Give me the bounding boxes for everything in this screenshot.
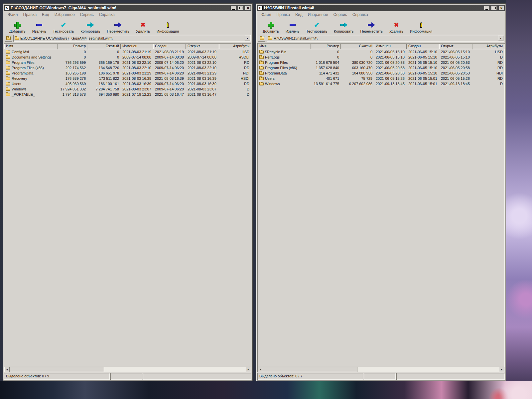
extract-button[interactable]: Извлечь [30,19,49,33]
file-packed-size: 6 207 602 986 [341,81,374,86]
column-header-name[interactable]: Имя [4,44,58,49]
status-panel-2 [110,373,142,380]
scrollbar-track[interactable] [10,367,246,372]
menu-favorites[interactable]: Избранное [305,11,331,18]
file-row[interactable]: Recovery176 539 276173 511 8222021-08-03… [4,76,251,81]
column-header-opened[interactable]: Открыт [439,44,472,49]
file-row[interactable]: ProgramData114 471 432104 080 9502021-06… [258,70,504,76]
file-opened: 2021-06-05 15:10 [439,55,472,60]
menu-file[interactable]: Файл [5,11,21,18]
minimize-button[interactable] [484,6,489,10]
horizontal-scrollbar[interactable]: ◄ ► [4,367,251,372]
file-attrs: D [219,86,251,92]
test-button[interactable]: ✔ Тестировать [50,19,77,33]
file-packed-size: 0 [87,55,121,60]
column-header-packed[interactable]: Сжатый [341,44,374,49]
menu-edit[interactable]: Правка [274,11,293,18]
file-modified: 2021-06-05 15:10 [374,55,407,60]
menu-favorites[interactable]: Избранное [52,11,77,18]
scrollbar-thumb[interactable] [10,367,104,372]
close-button[interactable]: × [245,6,251,10]
extract-button[interactable]: Извлечь [283,19,302,33]
maximize-button[interactable] [238,6,243,10]
address-dropdown-button[interactable]: ▼ [498,36,503,41]
column-header-name[interactable]: Имя [258,44,311,49]
info-button[interactable]: i Информация [154,19,182,33]
column-header-opened[interactable]: Открыт [186,44,219,49]
file-row[interactable]: Config.Msi002021-08-03 21:192021-08-03 2… [4,49,251,55]
test-button[interactable]: ✔ Тестировать [304,19,330,33]
move-button[interactable]: Переместить [104,19,132,33]
maximize-button[interactable] [491,6,497,10]
file-row[interactable]: Windows17 924 051 3327 284 741 7582021-0… [4,86,251,92]
folder-icon [6,66,10,69]
file-packed-size: 173 511 822 [87,76,121,81]
scroll-right-icon[interactable]: ► [246,367,251,372]
file-row[interactable]: Program Files736 293 599365 169 1792021-… [4,60,251,65]
horizontal-scrollbar[interactable]: ◄ ► [258,367,504,372]
file-modified: 2021-08-03 22:10 [121,60,153,65]
menu-edit[interactable]: Правка [21,11,40,18]
menu-view[interactable]: Вид [293,11,305,18]
menu-tools[interactable]: Сервис [77,11,96,18]
address-input[interactable] [20,36,243,40]
file-row[interactable]: $Recycle.Bin002021-06-05 15:102021-06-05… [258,49,504,55]
file-row[interactable]: PerfLogs002021-06-05 15:102021-06-05 15:… [258,55,504,60]
file-attrs: HSD [472,49,504,55]
address-combo[interactable]: ▼ [13,35,251,42]
delete-button[interactable]: ✖ Удалить [387,19,406,33]
file-packed-size: 75 729 [341,76,374,81]
column-header-created[interactable]: Создан [153,44,186,49]
column-header-attrs[interactable]: Атрибуты [472,44,504,49]
file-row[interactable]: Windows13 591 614 7756 207 602 9862021-0… [258,81,504,86]
copy-button[interactable]: Копировать [331,19,356,33]
address-dropdown-button[interactable]: ▼ [245,36,250,41]
menu-help[interactable]: Справка [350,11,371,18]
file-row[interactable]: Documents and Settings002009-07-14 08:08… [4,55,251,60]
up-one-level-button[interactable]: ↑ [5,35,12,42]
titlebar[interactable]: 7z H:\OS\WIN11\install.wim\4\ × [257,5,505,11]
menu-view[interactable]: Вид [39,11,52,18]
address-combo[interactable]: ▼ [267,35,504,42]
add-button[interactable]: Добавить [260,19,282,33]
file-row[interactable]: ProgramData163 265 198106 651 9782021-08… [4,70,251,76]
column-header-modified[interactable]: Изменен [121,44,153,49]
file-row[interactable]: Program Files (x86)1 357 628 840603 160 … [258,65,504,70]
menu-help[interactable]: Справка [96,11,117,18]
minimize-button[interactable] [231,6,236,10]
file-name: Config.Msi [12,49,29,55]
file-row[interactable]: Users495 960 569186 100 1612021-08-03 16… [4,81,251,86]
file-row[interactable]: Users401 67175 7292021-06-05 15:262021-0… [258,76,504,81]
column-header-size[interactable]: Размер [311,44,341,49]
close-button[interactable]: × [499,6,504,10]
folder-icon [6,51,10,54]
file-opened: 2021-06-05 20:53 [439,60,472,65]
scroll-left-icon[interactable]: ◄ [258,367,263,372]
file-row[interactable]: Program Files (x86)292 174 562134 548 72… [4,65,251,70]
menu-file[interactable]: Файл [259,11,274,18]
column-header-created[interactable]: Создан [407,44,439,49]
titlebar[interactable]: 7z E:\СОЗДАНИЕ ОС\Windows7_GigaAM4_set\i… [4,5,251,11]
scrollbar-track[interactable] [263,367,499,372]
up-one-level-button[interactable]: ↑ [258,35,265,42]
column-header-size[interactable]: Размер [58,44,87,49]
scrollbar-thumb[interactable] [263,367,357,372]
menu-tools[interactable]: Сервис [331,11,350,18]
column-header-packed[interactable]: Сжатый [87,44,121,49]
file-row[interactable]: Program Files1 016 679 504380 030 720202… [258,60,504,65]
file-packed-size: 104 080 950 [341,70,374,76]
column-header-modified[interactable]: Изменен [374,44,407,49]
file-opened: 2021-08-03 16:39 [186,81,219,86]
7zip-app-icon: 7z [258,6,263,10]
move-button[interactable]: Переместить [358,19,385,33]
delete-button[interactable]: ✖ Удалить [133,19,153,33]
copy-button[interactable]: Копировать [78,19,103,33]
add-button[interactable]: Добавить [7,19,28,33]
file-modified: 2021-06-05 20:53 [374,60,407,65]
info-button[interactable]: i Информация [407,19,435,33]
scroll-left-icon[interactable]: ◄ [4,367,10,372]
scroll-right-icon[interactable]: ► [499,367,504,372]
file-row[interactable]: _PORTABLE_1 794 318 578694 350 9802021-0… [4,92,251,97]
address-input[interactable] [274,36,497,40]
column-header-attrs[interactable]: Атрибуты [219,44,251,49]
